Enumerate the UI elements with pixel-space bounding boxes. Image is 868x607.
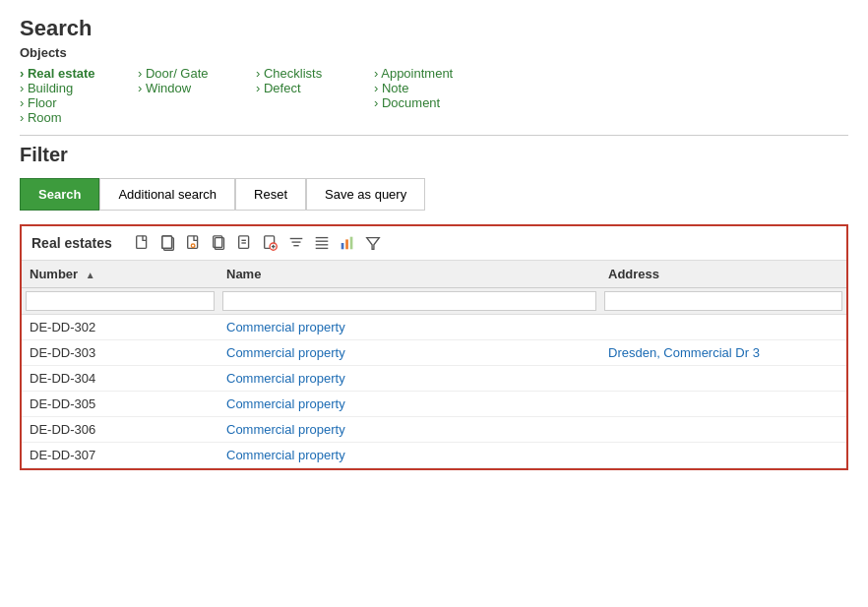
svg-marker-25 bbox=[366, 238, 379, 250]
filter-address-cell bbox=[600, 288, 846, 315]
obj-room[interactable]: Room bbox=[20, 110, 62, 125]
cell-name: Commercial property bbox=[218, 392, 600, 417]
address-link[interactable]: Dresden, Commercial Dr 3 bbox=[608, 345, 760, 360]
table-row: DE-DD-307Commercial property bbox=[22, 443, 846, 468]
name-link[interactable]: Commercial property bbox=[226, 422, 345, 437]
obj-window[interactable]: Window bbox=[138, 81, 191, 95]
cell-number: DE-DD-302 bbox=[22, 315, 218, 340]
cell-name: Commercial property bbox=[218, 417, 600, 443]
name-link[interactable]: Commercial property bbox=[226, 371, 345, 386]
filter-number-cell bbox=[22, 288, 218, 315]
name-link[interactable]: Commercial property bbox=[226, 345, 345, 360]
view-doc-icon[interactable] bbox=[234, 232, 256, 254]
table-filter-row bbox=[22, 288, 846, 315]
obj-appointment[interactable]: Appointment bbox=[374, 66, 453, 81]
svg-rect-23 bbox=[345, 239, 348, 249]
cell-address bbox=[600, 392, 846, 417]
objects-col3: Checklists Defect bbox=[256, 66, 374, 125]
sort-arrow-up: ▲ bbox=[86, 270, 95, 280]
table-row: DE-DD-305Commercial property bbox=[22, 392, 846, 417]
objects-grid: Real estate Building Floor Room Door/ Ga… bbox=[20, 66, 848, 125]
obj-note[interactable]: Note bbox=[374, 81, 408, 95]
svg-rect-2 bbox=[161, 236, 171, 249]
button-row: Search Additional search Reset Save as q… bbox=[20, 178, 848, 211]
cell-number: DE-DD-306 bbox=[22, 417, 218, 443]
reset-button[interactable]: Reset bbox=[235, 178, 306, 211]
results-table: Number ▲ Name Address DE-DD-302Commercia… bbox=[22, 261, 846, 468]
columns-icon[interactable] bbox=[311, 232, 333, 254]
filter-title: Filter bbox=[20, 144, 848, 166]
copy-doc-icon[interactable] bbox=[157, 232, 179, 254]
table-row: DE-DD-304Commercial property bbox=[22, 366, 846, 392]
obj-checklists[interactable]: Checklists bbox=[256, 66, 322, 81]
cell-address bbox=[600, 366, 846, 392]
results-box: Real estates bbox=[20, 224, 848, 470]
cell-number: DE-DD-303 bbox=[22, 340, 218, 366]
cell-address bbox=[600, 443, 846, 468]
svg-rect-4 bbox=[187, 236, 197, 249]
svg-rect-0 bbox=[136, 236, 146, 249]
additional-search-button[interactable]: Additional search bbox=[99, 178, 235, 211]
cell-number: DE-DD-305 bbox=[22, 392, 218, 417]
obj-building[interactable]: Building bbox=[20, 81, 73, 95]
results-tbody: DE-DD-302Commercial propertyDE-DD-303Com… bbox=[22, 315, 846, 468]
obj-floor[interactable]: Floor bbox=[20, 95, 57, 110]
obj-door-gate[interactable]: Door/ Gate bbox=[138, 66, 209, 81]
edit-doc-icon[interactable] bbox=[183, 232, 205, 254]
new-doc-icon[interactable] bbox=[132, 232, 154, 254]
filter-number-input[interactable] bbox=[26, 291, 215, 311]
obj-document[interactable]: Document bbox=[374, 95, 440, 110]
cell-name: Commercial property bbox=[218, 315, 600, 340]
objects-label: Objects bbox=[20, 45, 848, 60]
name-link[interactable]: Commercial property bbox=[226, 396, 345, 411]
export-doc-icon[interactable] bbox=[260, 232, 281, 254]
save-as-query-button[interactable]: Save as query bbox=[306, 178, 425, 211]
svg-rect-8 bbox=[238, 236, 248, 249]
cell-address bbox=[600, 417, 846, 443]
filter-address-input[interactable] bbox=[604, 291, 842, 311]
cell-address bbox=[600, 315, 846, 340]
objects-col2: Door/ Gate Window bbox=[138, 66, 256, 125]
filter-name-cell bbox=[218, 288, 600, 315]
table-row: DE-DD-306Commercial property bbox=[22, 417, 846, 443]
svg-point-5 bbox=[191, 244, 195, 248]
filter-name-input[interactable] bbox=[222, 291, 596, 311]
table-row: DE-DD-302Commercial property bbox=[22, 315, 846, 340]
objects-section: Objects Real estate Building Floor Room … bbox=[20, 45, 848, 125]
col-header-name: Name bbox=[218, 261, 600, 288]
cell-name: Commercial property bbox=[218, 443, 600, 468]
funnel-icon[interactable] bbox=[362, 232, 384, 254]
obj-real-estate[interactable]: Real estate bbox=[20, 66, 95, 81]
search-button[interactable]: Search bbox=[20, 178, 99, 211]
table-row: DE-DD-303Commercial propertyDresden, Com… bbox=[22, 340, 846, 366]
results-title: Real estates bbox=[31, 235, 112, 251]
results-header: Real estates bbox=[22, 226, 846, 261]
name-link[interactable]: Commercial property bbox=[226, 320, 345, 334]
objects-col1: Real estate Building Floor Room bbox=[20, 66, 138, 125]
cell-number: DE-DD-307 bbox=[22, 443, 218, 468]
page-title: Search bbox=[20, 16, 848, 41]
col-header-number[interactable]: Number ▲ bbox=[22, 261, 218, 288]
cell-name: Commercial property bbox=[218, 340, 600, 366]
svg-rect-24 bbox=[349, 237, 352, 250]
chart-icon[interactable] bbox=[337, 232, 358, 254]
duplicate-doc-icon[interactable] bbox=[209, 232, 230, 254]
cell-name: Commercial property bbox=[218, 366, 600, 392]
table-header-row: Number ▲ Name Address bbox=[22, 261, 846, 288]
objects-col4: Appointment Note Document bbox=[374, 66, 531, 125]
col-header-address: Address bbox=[600, 261, 846, 288]
name-link[interactable]: Commercial property bbox=[226, 448, 345, 462]
cell-number: DE-DD-304 bbox=[22, 366, 218, 392]
svg-rect-22 bbox=[341, 243, 343, 249]
cell-address: Dresden, Commercial Dr 3 bbox=[600, 340, 846, 366]
obj-defect[interactable]: Defect bbox=[256, 81, 301, 95]
divider bbox=[20, 135, 848, 136]
filter-lines-icon[interactable] bbox=[285, 232, 307, 254]
